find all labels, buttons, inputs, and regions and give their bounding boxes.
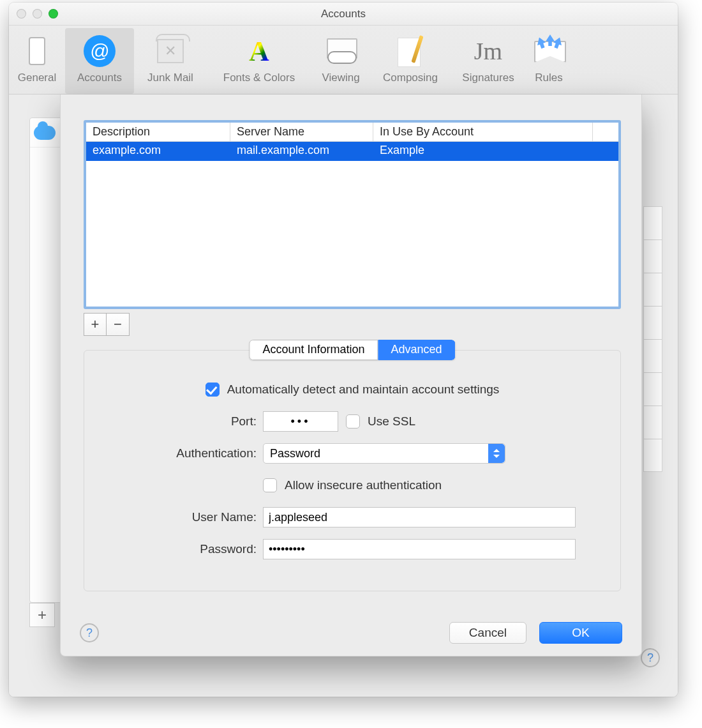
toolbar-item-signatures[interactable]: Jm Signatures [451,28,526,94]
tab-account-information[interactable]: Account Information [249,340,378,360]
authentication-value: Password [270,447,320,460]
window-title: Accounts [9,8,678,20]
pencil-icon [398,35,423,67]
at-sign-icon: @ [84,35,116,67]
toolbar-item-rules[interactable]: Rules [526,28,572,94]
allow-insecure-checkbox[interactable] [263,478,277,492]
password-label: Password: [84,542,263,556]
help-button[interactable]: ? [641,648,660,667]
toolbar-item-viewing[interactable]: Viewing [311,28,370,94]
server-settings-panel: Account Information Advanced Automatical… [84,350,621,591]
chevron-up-down-icon [488,444,505,463]
toolbar-item-composing[interactable]: Composing [370,28,451,94]
vertical-tab-edges [643,206,662,472]
toolbar-item-fonts-colors[interactable]: A Fonts & Colors [207,28,311,94]
row-description: example.com [86,142,230,161]
username-label: User Name: [84,510,263,524]
use-ssl-label: Use SSL [368,414,415,428]
toolbar-label: Junk Mail [147,72,193,84]
toolbar-label: Accounts [77,72,122,84]
ok-button[interactable]: OK [539,622,622,644]
titlebar: Accounts [9,3,678,26]
sheet-footer: ? Cancel OK [61,610,641,656]
signature-icon: Jm [474,37,502,65]
autodetect-checkbox[interactable] [205,383,220,397]
toolbar-label: Viewing [322,72,359,84]
toolbar-label: General [18,72,56,84]
row-server: mail.example.com [230,142,373,161]
col-spacer [593,123,618,141]
col-in-use-by[interactable]: In Use By Account [373,123,593,141]
icloud-icon [34,126,56,140]
sheet-help-button[interactable]: ? [80,623,99,642]
window-close-button[interactable] [17,9,26,19]
authentication-select[interactable]: Password [263,443,505,464]
glasses-icon [325,38,356,64]
server-row[interactable]: example.com mail.example.com Example [86,142,618,161]
autodetect-label: Automatically detect and maintain accoun… [227,383,500,397]
toolbar-label: Rules [535,72,562,84]
preferences-toolbar: General @ Accounts Junk Mail A Fonts & C… [9,26,678,95]
toolbar-item-junk-mail[interactable]: Junk Mail [134,28,207,94]
trash-icon [157,39,184,63]
col-server-name[interactable]: Server Name [230,123,373,141]
password-field[interactable] [263,539,576,559]
toolbar-item-general[interactable]: General [9,28,65,94]
server-list-header: Description Server Name In Use By Accoun… [86,123,618,142]
preferences-body: + ? Description Server Name In Use By Ac… [9,95,678,697]
cancel-button[interactable]: Cancel [449,622,526,644]
smtp-server-sheet: Description Server Name In Use By Accoun… [60,95,642,656]
rules-icon [534,40,564,63]
port-field[interactable] [263,411,338,432]
col-description[interactable]: Description [86,123,230,141]
window-zoom-button[interactable] [49,9,58,19]
window-minimize-button[interactable] [33,9,42,19]
add-account-button[interactable]: + [29,603,55,627]
row-usedby: Example [373,142,618,161]
toolbar-label: Fonts & Colors [223,72,295,84]
preferences-window: Accounts General @ Accounts Junk Mail A … [9,3,678,697]
phone-icon [29,37,45,65]
segmented-control: Account Information Advanced [249,340,455,360]
toolbar-item-accounts[interactable]: @ Accounts [65,28,134,94]
toolbar-label: Composing [383,72,438,84]
tab-advanced[interactable]: Advanced [378,340,456,360]
font-icon: A [249,35,269,68]
authentication-label: Authentication: [84,446,263,460]
use-ssl-checkbox[interactable] [346,414,360,428]
username-field[interactable] [263,507,576,527]
remove-server-button[interactable]: − [107,313,130,336]
toolbar-label: Signatures [462,72,514,84]
add-server-button[interactable]: + [84,313,107,336]
server-list[interactable]: Description Server Name In Use By Accoun… [84,120,621,309]
allow-insecure-label: Allow insecure authentication [285,478,442,492]
advanced-form: Automatically detect and maintain accoun… [84,374,620,565]
port-label: Port: [84,414,263,428]
